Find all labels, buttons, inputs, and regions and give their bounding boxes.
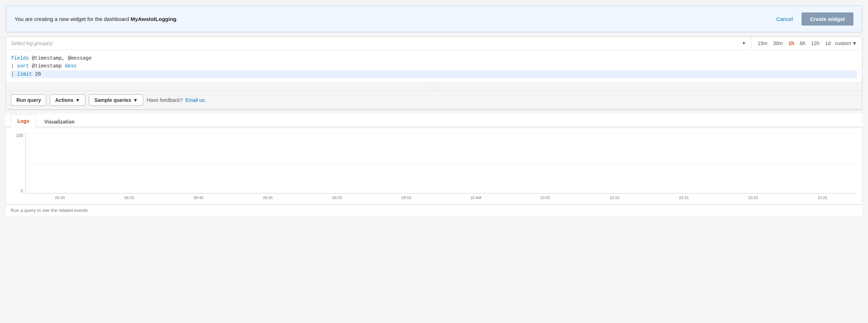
chart-x-axis: 09:30 09:35 09:40 09:45 09:50 09:55 10 A… <box>25 194 857 204</box>
time-custom-label: custom <box>835 40 851 46</box>
query-line-1: fields @timestamp, @message <box>11 54 857 62</box>
query-editor[interactable]: fields @timestamp, @message | sort @time… <box>6 50 862 83</box>
kw-limit: limit <box>17 71 32 77</box>
time-12h-button[interactable]: 12h <box>810 40 821 47</box>
actions-label: Actions <box>55 97 73 103</box>
banner-dashboard-name: MyAwsIotLogging <box>130 16 176 22</box>
banner-text-before: You are creating a new widget for the da… <box>15 16 130 22</box>
log-group-chevron-icon: ▼ <box>742 41 746 46</box>
chart-y-axis: 100 0 <box>11 133 25 193</box>
sample-queries-button[interactable]: Sample queries ▼ <box>89 94 143 106</box>
x-label-1015: 10:15 <box>649 196 718 200</box>
query-line-3: | limit 20 <box>11 70 857 78</box>
run-query-button[interactable]: Run query <box>11 94 46 106</box>
gridline-mid <box>26 163 857 164</box>
actions-button[interactable]: Actions ▼ <box>50 94 85 106</box>
chart-area: 100 0 09:30 09:35 09:40 09:45 09:50 09:5… <box>6 127 862 204</box>
feedback-link[interactable]: Email us. <box>186 97 206 103</box>
kw-limit-value: 20 <box>32 71 41 77</box>
tabs-row: Logs Visualization <box>6 114 862 127</box>
kw-desc: desc <box>65 63 77 69</box>
time-6h-button[interactable]: 6h <box>799 40 807 47</box>
tab-visualization[interactable]: Visualization <box>37 115 81 127</box>
kw-sort-field: @timestamp <box>29 63 65 69</box>
x-label-1025: 10:25 <box>788 196 857 200</box>
pipe-1: | <box>11 63 17 69</box>
time-30m-button[interactable]: 30m <box>772 40 784 47</box>
query-line-2: | sort @timestamp desc <box>11 62 857 70</box>
create-widget-button[interactable]: Create widget <box>802 12 853 26</box>
banner-actions: Cancel Create widget <box>772 12 853 26</box>
x-label-1020: 10:20 <box>718 196 788 200</box>
kw-sort: sort <box>17 63 29 69</box>
kw-fields: fields <box>11 55 29 61</box>
x-label-1010: 10:10 <box>580 196 649 200</box>
cancel-button[interactable]: Cancel <box>772 14 797 24</box>
sample-queries-label: Sample queries <box>94 97 131 103</box>
x-label-0950: 09:50 <box>302 196 372 200</box>
main-content: Select log group(s) ▼ 15m 30m 1h 6h 12h … <box>6 37 862 216</box>
banner-text-after: . <box>176 16 178 22</box>
log-group-select[interactable]: Select log group(s) ▼ <box>6 37 751 50</box>
banner-message: You are creating a new widget for the da… <box>15 16 178 22</box>
pipe-2: | <box>11 71 17 77</box>
time-custom-button[interactable]: custom ▼ <box>835 40 857 46</box>
actions-chevron-icon: ▼ <box>75 97 80 103</box>
query-panel: Select log group(s) ▼ 15m 30m 1h 6h 12h … <box>6 37 862 110</box>
chart-plot <box>25 133 857 193</box>
feedback-static-text: Have feedback? <box>147 97 183 103</box>
time-range-bar: 15m 30m 1h 6h 12h 1d custom ▼ <box>751 37 862 50</box>
time-1h-button[interactable]: 1h <box>787 40 795 47</box>
kw-fields-value: @timestamp, @message <box>29 55 91 61</box>
y-label-100: 100 <box>16 133 23 138</box>
x-label-0940: 09:40 <box>164 196 233 200</box>
status-text: Run a query to see the related events <box>11 208 88 213</box>
x-label-0935: 09:35 <box>95 196 164 200</box>
sample-queries-chevron-icon: ▼ <box>133 97 138 103</box>
chart-container: 100 0 09:30 09:35 09:40 09:45 09:50 09:5… <box>11 133 857 204</box>
resize-handle[interactable]: ... <box>6 83 862 91</box>
y-label-0: 0 <box>21 188 23 193</box>
x-label-0955: 09:55 <box>372 196 441 200</box>
tab-logs[interactable]: Logs <box>11 114 36 127</box>
toolbar-row: Run query Actions ▼ Sample queries ▼ Hav… <box>6 91 862 110</box>
log-group-row: Select log group(s) ▼ 15m 30m 1h 6h 12h … <box>6 37 862 50</box>
x-label-10am: 10 AM <box>441 196 510 200</box>
time-15m-button[interactable]: 15m <box>756 40 769 47</box>
x-label-0945: 09:45 <box>233 196 302 200</box>
resize-dots: ... <box>431 84 437 89</box>
gridline-top <box>26 133 857 133</box>
feedback-text: Have feedback? Email us. <box>147 97 206 103</box>
x-label-1005: 10:05 <box>510 196 580 200</box>
time-custom-chevron-icon: ▼ <box>852 40 857 46</box>
time-1d-button[interactable]: 1d <box>824 40 832 47</box>
x-label-0930: 09:30 <box>25 196 95 200</box>
log-group-placeholder: Select log group(s) <box>11 40 53 46</box>
status-bar: Run a query to see the related events <box>6 204 862 216</box>
top-banner: You are creating a new widget for the da… <box>6 6 862 32</box>
